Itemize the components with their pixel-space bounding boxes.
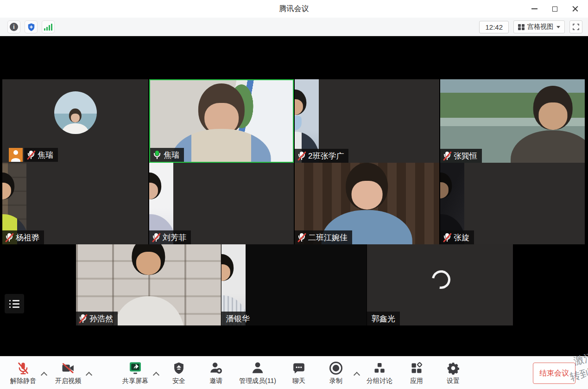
close-button[interactable]	[565, 0, 585, 18]
mic-muted-icon	[16, 361, 30, 375]
nameplate: 刘芳菲	[149, 230, 191, 244]
record-button[interactable]: 录制	[329, 360, 343, 385]
participant-tile-speaking[interactable]: 焦瑞	[149, 79, 294, 163]
host-badge-icon	[9, 148, 23, 162]
apps-label: 应用	[410, 377, 423, 385]
settings-label: 设置	[447, 377, 460, 385]
apps-button[interactable]: 应用	[410, 360, 423, 385]
mic-muted-icon	[6, 233, 13, 242]
mic-muted-icon	[443, 151, 451, 161]
participant-tile[interactable]: 孙浩然	[76, 244, 221, 325]
layout-view-selector[interactable]: 宫格视图	[513, 20, 565, 33]
network-status-button[interactable]	[42, 20, 55, 33]
record-options-chevron[interactable]	[354, 371, 359, 376]
list-icon	[9, 300, 19, 308]
participant-name: 张旋	[454, 232, 469, 243]
view-label: 宫格视图	[527, 23, 553, 31]
start-video-label: 开启视频	[55, 377, 81, 385]
minimize-button[interactable]	[524, 0, 544, 18]
meeting-info-button[interactable]: i	[7, 20, 20, 33]
share-screen-icon	[128, 361, 143, 376]
nameplate: 郭鑫光	[367, 312, 400, 325]
tencent-meeting-window: 腾讯会议 i 12:42 宫格视图	[0, 0, 588, 389]
participant-name: 杨祖骅	[16, 232, 39, 243]
mic-on-icon	[153, 150, 161, 160]
camera-off-icon	[61, 361, 76, 375]
loading-spinner-icon	[428, 267, 454, 293]
record-label: 录制	[329, 377, 342, 385]
chat-bubble-icon	[292, 361, 306, 375]
chat-button[interactable]: 聊天	[292, 360, 306, 385]
nameplate: 潘银华	[221, 312, 254, 325]
participant-name: 张巽恒	[454, 151, 477, 161]
meeting-timer: 12:42	[479, 21, 509, 33]
signal-icon	[44, 23, 52, 31]
status-toolbar: i 12:42 宫格视图	[0, 18, 588, 36]
nameplate: 焦瑞	[9, 148, 58, 162]
participant-name: 潘银华	[226, 313, 250, 324]
info-icon: i	[10, 23, 18, 31]
participant-tile[interactable]: 2班张学广	[295, 79, 439, 163]
participant-name: 2班张学广	[308, 151, 344, 161]
participant-tile[interactable]: 刘芳菲	[149, 163, 294, 244]
start-video-button[interactable]: 开启视频	[55, 360, 81, 385]
participant-tile[interactable]: 张巽恒	[440, 79, 585, 163]
mic-muted-icon	[443, 233, 451, 242]
mic-muted-icon	[27, 150, 35, 160]
mic-muted-icon	[298, 151, 305, 161]
grid-view-icon	[518, 24, 524, 30]
chevron-down-icon	[556, 26, 560, 28]
breakout-squares-icon	[373, 362, 386, 375]
participant-tile[interactable]: 焦瑞	[2, 79, 148, 163]
apps-grid-icon	[410, 362, 423, 375]
manage-members-label: 管理成员(11)	[239, 377, 276, 385]
meeting-protect-button[interactable]	[25, 20, 38, 33]
nameplate: 二班江婉佳	[295, 230, 352, 244]
fullscreen-button[interactable]	[569, 20, 582, 33]
participant-name: 郭鑫光	[372, 313, 395, 324]
invite-person-icon	[209, 361, 223, 375]
participant-tile[interactable]: 潘银华	[221, 244, 367, 325]
titlebar: 腾讯会议	[0, 0, 588, 18]
mic-muted-icon	[298, 233, 305, 242]
settings-button[interactable]: 设置	[447, 360, 460, 385]
unmute-button[interactable]: 解除静音	[10, 360, 36, 385]
share-screen-button[interactable]: 共享屏幕	[122, 360, 148, 385]
participant-tile[interactable]: 杨祖骅	[2, 163, 148, 244]
record-icon	[329, 361, 343, 376]
security-button[interactable]: 安全	[172, 360, 185, 385]
participant-tile[interactable]: 郭鑫光	[367, 244, 513, 325]
share-options-chevron[interactable]	[154, 371, 158, 376]
avatar	[54, 91, 97, 134]
face-mask	[295, 116, 301, 131]
invite-label: 邀请	[209, 377, 222, 385]
participant-name: 二班江婉佳	[308, 232, 348, 243]
end-meeting-button[interactable]: 结束会议	[533, 363, 575, 384]
manage-members-button[interactable]: 管理成员(11)	[239, 360, 276, 385]
mic-muted-icon	[79, 314, 87, 324]
participant-tile[interactable]: 张旋	[440, 163, 585, 244]
participant-name: 焦瑞	[164, 150, 179, 160]
nameplate: 张巽恒	[440, 149, 482, 163]
video-grid: 焦瑞 焦瑞 2班张学广 张巽恒	[0, 36, 588, 356]
breakout-rooms-button[interactable]: 分组讨论	[367, 360, 392, 385]
maximize-button[interactable]	[544, 0, 565, 18]
nameplate: 杨祖骅	[2, 230, 44, 244]
mic-options-chevron[interactable]	[42, 371, 46, 376]
chat-label: 聊天	[292, 377, 305, 385]
video-options-chevron[interactable]	[87, 371, 91, 376]
member-list-toggle-button[interactable]	[5, 294, 24, 313]
unmute-label: 解除静音	[10, 377, 36, 385]
mic-muted-icon	[152, 233, 160, 242]
control-toolbar: 解除静音 开启视频 共享屏幕 安全 邀请 管理成员(11) 聊天	[0, 356, 588, 389]
participant-name: 孙浩然	[89, 313, 113, 324]
nameplate: 张旋	[440, 230, 474, 244]
breakout-label: 分组讨论	[367, 377, 392, 385]
share-screen-label: 共享屏幕	[122, 377, 148, 385]
window-title: 腾讯会议	[0, 4, 588, 14]
nameplate: 焦瑞	[150, 148, 184, 162]
invite-button[interactable]: 邀请	[209, 360, 223, 385]
nameplate: 2班张学广	[295, 149, 348, 163]
participant-tile[interactable]: 二班江婉佳	[295, 163, 439, 244]
nameplate: 孙浩然	[76, 312, 118, 325]
